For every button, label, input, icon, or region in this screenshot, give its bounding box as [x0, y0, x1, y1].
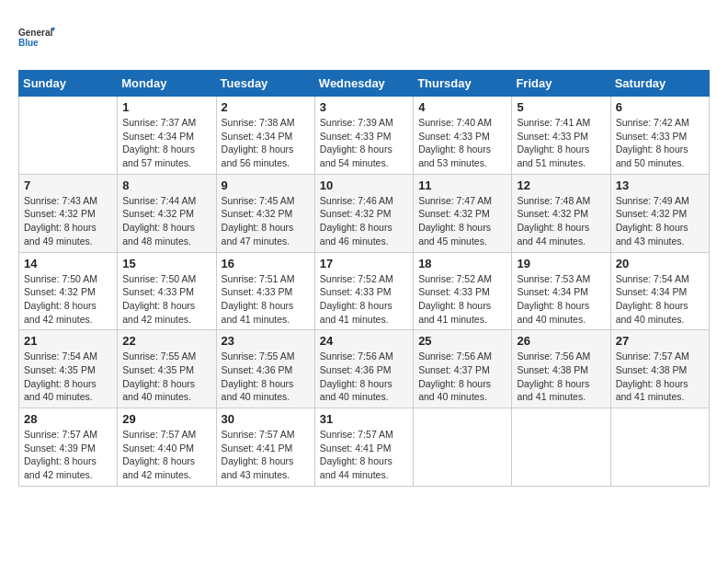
- calendar-cell: 3Sunrise: 7:39 AM Sunset: 4:33 PM Daylig…: [314, 97, 413, 175]
- calendar-cell: 4Sunrise: 7:40 AM Sunset: 4:33 PM Daylig…: [414, 97, 512, 175]
- day-info: Sunrise: 7:51 AM Sunset: 4:33 PM Dayligh…: [222, 272, 310, 327]
- day-info: Sunrise: 7:37 AM Sunset: 4:34 PM Dayligh…: [122, 116, 210, 170]
- day-number: 1: [122, 100, 210, 114]
- calendar-cell: 27Sunrise: 7:57 AM Sunset: 4:38 PM Dayli…: [610, 330, 709, 408]
- day-number: 28: [24, 412, 112, 426]
- calendar-cell: 5Sunrise: 7:41 AM Sunset: 4:33 PM Daylig…: [512, 97, 610, 175]
- weekday-tuesday: Tuesday: [216, 71, 314, 97]
- calendar-cell: 21Sunrise: 7:54 AM Sunset: 4:35 PM Dayli…: [19, 330, 118, 408]
- day-info: Sunrise: 7:44 AM Sunset: 4:32 PM Dayligh…: [122, 194, 210, 248]
- day-info: Sunrise: 7:47 AM Sunset: 4:32 PM Dayligh…: [418, 194, 506, 248]
- day-info: Sunrise: 7:50 AM Sunset: 4:33 PM Dayligh…: [122, 272, 210, 327]
- calendar-cell: 15Sunrise: 7:50 AM Sunset: 4:33 PM Dayli…: [118, 252, 216, 330]
- day-number: 26: [517, 334, 605, 348]
- calendar-cell: 30Sunrise: 7:57 AM Sunset: 4:41 PM Dayli…: [216, 408, 314, 487]
- calendar-cell: 13Sunrise: 7:49 AM Sunset: 4:32 PM Dayli…: [610, 174, 709, 252]
- day-info: Sunrise: 7:50 AM Sunset: 4:32 PM Dayligh…: [24, 272, 112, 327]
- day-info: Sunrise: 7:54 AM Sunset: 4:34 PM Dayligh…: [616, 272, 704, 327]
- calendar-cell: 31Sunrise: 7:57 AM Sunset: 4:41 PM Dayli…: [314, 408, 413, 487]
- day-info: Sunrise: 7:56 AM Sunset: 4:36 PM Dayligh…: [320, 350, 408, 404]
- day-number: 6: [616, 100, 704, 114]
- calendar-cell: [512, 408, 610, 487]
- day-info: Sunrise: 7:57 AM Sunset: 4:38 PM Dayligh…: [616, 350, 704, 404]
- calendar-cell: 28Sunrise: 7:57 AM Sunset: 4:39 PM Dayli…: [19, 408, 118, 487]
- day-info: Sunrise: 7:43 AM Sunset: 4:32 PM Dayligh…: [24, 194, 112, 248]
- calendar-cell: 22Sunrise: 7:55 AM Sunset: 4:35 PM Dayli…: [118, 330, 216, 408]
- day-number: 13: [616, 178, 704, 192]
- day-info: Sunrise: 7:55 AM Sunset: 4:36 PM Dayligh…: [222, 350, 310, 404]
- day-number: 9: [222, 178, 310, 192]
- day-number: 30: [222, 412, 310, 426]
- calendar-cell: 11Sunrise: 7:47 AM Sunset: 4:32 PM Dayli…: [414, 174, 512, 252]
- calendar-cell: 14Sunrise: 7:50 AM Sunset: 4:32 PM Dayli…: [19, 252, 118, 330]
- day-number: 8: [122, 178, 210, 192]
- calendar-cell: 25Sunrise: 7:56 AM Sunset: 4:37 PM Dayli…: [414, 330, 512, 408]
- calendar-cell: 23Sunrise: 7:55 AM Sunset: 4:36 PM Dayli…: [216, 330, 314, 408]
- day-number: 15: [122, 257, 210, 270]
- weekday-saturday: Saturday: [610, 71, 709, 97]
- day-number: 10: [320, 178, 408, 192]
- day-info: Sunrise: 7:57 AM Sunset: 4:40 PM Dayligh…: [122, 428, 210, 482]
- weekday-header-row: SundayMondayTuesdayWednesdayThursdayFrid…: [19, 71, 710, 97]
- day-number: 19: [517, 257, 605, 270]
- day-info: Sunrise: 7:38 AM Sunset: 4:34 PM Dayligh…: [222, 116, 310, 170]
- logo: General Blue: [18, 18, 55, 55]
- day-number: 16: [222, 257, 310, 270]
- weekday-monday: Monday: [118, 71, 216, 97]
- calendar-body: 1Sunrise: 7:37 AM Sunset: 4:34 PM Daylig…: [19, 97, 710, 487]
- day-info: Sunrise: 7:54 AM Sunset: 4:35 PM Dayligh…: [24, 350, 112, 404]
- day-number: 27: [616, 334, 704, 348]
- calendar-cell: 7Sunrise: 7:43 AM Sunset: 4:32 PM Daylig…: [19, 174, 118, 252]
- calendar-cell: 8Sunrise: 7:44 AM Sunset: 4:32 PM Daylig…: [118, 174, 216, 252]
- calendar-cell: 24Sunrise: 7:56 AM Sunset: 4:36 PM Dayli…: [314, 330, 413, 408]
- day-number: 25: [418, 334, 506, 348]
- calendar-cell: 26Sunrise: 7:56 AM Sunset: 4:38 PM Dayli…: [512, 330, 610, 408]
- calendar-cell: 9Sunrise: 7:45 AM Sunset: 4:32 PM Daylig…: [216, 174, 314, 252]
- day-info: Sunrise: 7:56 AM Sunset: 4:38 PM Dayligh…: [517, 350, 605, 404]
- calendar-cell: 6Sunrise: 7:42 AM Sunset: 4:33 PM Daylig…: [610, 97, 709, 175]
- calendar-table: SundayMondayTuesdayWednesdayThursdayFrid…: [18, 70, 710, 487]
- week-row-4: 21Sunrise: 7:54 AM Sunset: 4:35 PM Dayli…: [19, 330, 710, 408]
- day-info: Sunrise: 7:55 AM Sunset: 4:35 PM Dayligh…: [122, 350, 210, 404]
- day-info: Sunrise: 7:41 AM Sunset: 4:33 PM Dayligh…: [517, 116, 605, 170]
- day-number: 29: [122, 412, 210, 426]
- calendar-cell: [610, 408, 709, 487]
- week-row-3: 14Sunrise: 7:50 AM Sunset: 4:32 PM Dayli…: [19, 252, 710, 330]
- weekday-sunday: Sunday: [19, 71, 118, 97]
- day-number: 4: [418, 100, 506, 114]
- day-info: Sunrise: 7:45 AM Sunset: 4:32 PM Dayligh…: [222, 194, 310, 248]
- calendar-cell: 29Sunrise: 7:57 AM Sunset: 4:40 PM Dayli…: [118, 408, 216, 487]
- day-info: Sunrise: 7:53 AM Sunset: 4:34 PM Dayligh…: [517, 272, 605, 327]
- weekday-friday: Friday: [512, 71, 610, 97]
- day-info: Sunrise: 7:46 AM Sunset: 4:32 PM Dayligh…: [320, 194, 408, 248]
- svg-text:General: General: [18, 28, 52, 38]
- day-number: 17: [320, 257, 408, 270]
- day-info: Sunrise: 7:52 AM Sunset: 4:33 PM Dayligh…: [418, 272, 506, 327]
- calendar-cell: 16Sunrise: 7:51 AM Sunset: 4:33 PM Dayli…: [216, 252, 314, 330]
- day-number: 31: [320, 412, 408, 426]
- calendar-cell: [19, 97, 118, 175]
- logo-svg: General Blue: [18, 18, 55, 55]
- week-row-1: 1Sunrise: 7:37 AM Sunset: 4:34 PM Daylig…: [19, 97, 710, 175]
- day-info: Sunrise: 7:52 AM Sunset: 4:33 PM Dayligh…: [320, 272, 408, 327]
- day-info: Sunrise: 7:57 AM Sunset: 4:41 PM Dayligh…: [320, 428, 408, 482]
- day-number: 24: [320, 334, 408, 348]
- week-row-5: 28Sunrise: 7:57 AM Sunset: 4:39 PM Dayli…: [19, 408, 710, 487]
- svg-text:Blue: Blue: [18, 38, 39, 48]
- day-number: 22: [122, 334, 210, 348]
- day-number: 12: [517, 178, 605, 192]
- day-info: Sunrise: 7:57 AM Sunset: 4:41 PM Dayligh…: [222, 428, 310, 482]
- page-header: General Blue: [18, 18, 710, 55]
- day-number: 18: [418, 257, 506, 270]
- day-info: Sunrise: 7:48 AM Sunset: 4:32 PM Dayligh…: [517, 194, 605, 248]
- day-number: 5: [517, 100, 605, 114]
- day-number: 2: [222, 100, 310, 114]
- weekday-thursday: Thursday: [414, 71, 512, 97]
- day-number: 23: [222, 334, 310, 348]
- day-number: 20: [616, 257, 704, 270]
- day-number: 3: [320, 100, 408, 114]
- day-info: Sunrise: 7:57 AM Sunset: 4:39 PM Dayligh…: [24, 428, 112, 482]
- day-number: 7: [24, 178, 112, 192]
- day-number: 21: [24, 334, 112, 348]
- calendar-cell: 12Sunrise: 7:48 AM Sunset: 4:32 PM Dayli…: [512, 174, 610, 252]
